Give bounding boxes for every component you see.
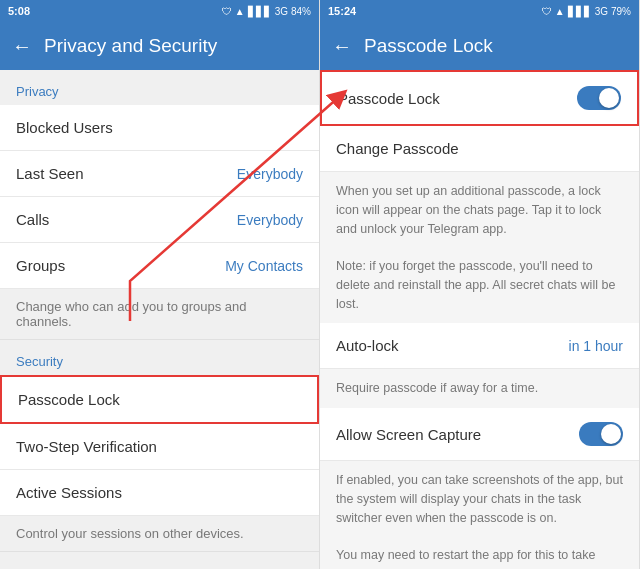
wifi-icon: ▲ xyxy=(235,6,245,17)
right-header-title: Passcode Lock xyxy=(364,35,493,57)
two-step-item[interactable]: Two-Step Verification xyxy=(0,424,319,470)
passcode-lock-item[interactable]: Passcode Lock xyxy=(0,375,319,424)
autolock-item[interactable]: Auto-lock in 1 hour xyxy=(320,323,639,369)
left-header: ← Privacy and Security xyxy=(0,22,319,70)
last-seen-label: Last Seen xyxy=(16,165,84,182)
right-shield-icon: 🛡 xyxy=(542,6,552,17)
right-status-icons: 🛡 ▲ ▋▋▋ 3G 79% xyxy=(542,6,631,17)
blocked-users-label: Blocked Users xyxy=(16,119,113,136)
screen-capture-info1: If enabled, you can take screenshots of … xyxy=(336,473,623,525)
passcode-description: When you set up an additional passcode, … xyxy=(320,172,639,323)
toggle-knob xyxy=(599,88,619,108)
left-back-button[interactable]: ← xyxy=(12,35,32,58)
right-network-label: 3G xyxy=(595,6,608,17)
right-time: 15:24 xyxy=(328,5,356,17)
calls-item[interactable]: Calls Everybody xyxy=(0,197,319,243)
right-content: Passcode Lock Change Passcode When you s… xyxy=(320,70,639,569)
left-time: 5:08 xyxy=(8,5,30,17)
battery-icon: 84% xyxy=(291,6,311,17)
shield-icon: 🛡 xyxy=(222,6,232,17)
right-status-bar: 15:24 🛡 ▲ ▋▋▋ 3G 79% xyxy=(320,0,639,22)
right-back-button[interactable]: ← xyxy=(332,35,352,58)
active-sessions-label: Active Sessions xyxy=(16,484,122,501)
screen-capture-info2: You may need to restart the app for this… xyxy=(336,548,595,569)
right-wifi-icon: ▲ xyxy=(555,6,565,17)
left-header-title: Privacy and Security xyxy=(44,35,217,57)
left-status-bar: 5:08 🛡 ▲ ▋▋▋ 3G 84% xyxy=(0,0,319,22)
right-battery-icon: 79% xyxy=(611,6,631,17)
change-passcode-item[interactable]: Change Passcode xyxy=(320,126,639,172)
left-content: Privacy Blocked Users Last Seen Everybod… xyxy=(0,70,319,569)
security-info: Control your sessions on other devices. xyxy=(0,516,319,552)
passcode-lock-toggle-label: Passcode Lock xyxy=(338,90,440,107)
screen-capture-item[interactable]: Allow Screen Capture xyxy=(320,408,639,461)
right-signal-icon: ▋▋▋ xyxy=(568,6,592,17)
signal-icon: ▋▋▋ xyxy=(248,6,272,17)
right-header: ← Passcode Lock xyxy=(320,22,639,70)
last-seen-value: Everybody xyxy=(237,166,303,182)
desc1-text: When you set up an additional passcode, … xyxy=(336,184,601,236)
groups-label: Groups xyxy=(16,257,65,274)
autolock-label: Auto-lock xyxy=(336,337,399,354)
screen-capture-knob xyxy=(601,424,621,444)
screen-capture-toggle[interactable] xyxy=(579,422,623,446)
two-step-label: Two-Step Verification xyxy=(16,438,157,455)
groups-value: My Contacts xyxy=(225,258,303,274)
network-label: 3G xyxy=(275,6,288,17)
self-destruct-section-label: Account self-destructs xyxy=(0,552,319,569)
calls-label: Calls xyxy=(16,211,49,228)
desc2-text: Note: if you forget the passcode, you'll… xyxy=(336,259,615,311)
calls-value: Everybody xyxy=(237,212,303,228)
passcode-lock-toggle-item[interactable]: Passcode Lock xyxy=(320,70,639,126)
privacy-section-label: Privacy xyxy=(0,70,319,105)
autolock-value: in 1 hour xyxy=(569,338,623,354)
screen-capture-info: If enabled, you can take screenshots of … xyxy=(320,461,639,569)
passcode-lock-toggle[interactable] xyxy=(577,86,621,110)
active-sessions-item[interactable]: Active Sessions xyxy=(0,470,319,516)
passcode-lock-label: Passcode Lock xyxy=(18,391,120,408)
autolock-info: Require passcode if away for a time. xyxy=(320,369,639,408)
groups-item[interactable]: Groups My Contacts xyxy=(0,243,319,289)
last-seen-item[interactable]: Last Seen Everybody xyxy=(0,151,319,197)
blocked-users-item[interactable]: Blocked Users xyxy=(0,105,319,151)
left-status-icons: 🛡 ▲ ▋▋▋ 3G 84% xyxy=(222,6,311,17)
privacy-info: Change who can add you to groups and cha… xyxy=(0,289,319,340)
security-section-label: Security xyxy=(0,340,319,375)
change-passcode-label: Change Passcode xyxy=(336,140,459,157)
screen-capture-label: Allow Screen Capture xyxy=(336,426,481,443)
